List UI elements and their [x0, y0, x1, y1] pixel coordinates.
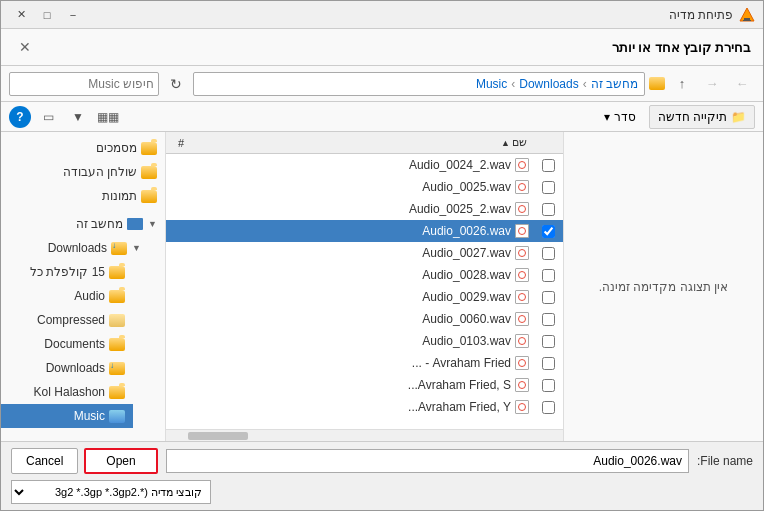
sidebar-item-this-pc[interactable]: ▼ מחשב זה [1, 212, 165, 236]
table-row[interactable]: Audio_0025_2.wav [166, 198, 563, 220]
sidebar-item-audio[interactable]: Audio [1, 284, 133, 308]
sidebar-item-downloads2[interactable]: ↓ Downloads [1, 356, 133, 380]
audio-file-icon [515, 334, 529, 348]
view-details-button[interactable]: ▼ [65, 105, 91, 129]
folder-icon [141, 166, 157, 179]
cancel-button[interactable]: Cancel [11, 448, 78, 474]
col-num-header[interactable]: # [166, 137, 196, 149]
sidebar-item-15kol[interactable]: 15 קולפלת כל [1, 260, 133, 284]
music-folder-icon [109, 410, 125, 423]
file-checkbox[interactable] [542, 379, 555, 392]
minimize-button[interactable]: − [61, 5, 85, 25]
audio-file-icon [515, 202, 529, 216]
horizontal-scrollbar[interactable] [166, 429, 563, 441]
sidebar-item-documents[interactable]: מסמכים [1, 136, 165, 160]
breadcrumb-pc[interactable]: מחשב זה [591, 77, 638, 91]
refresh-button[interactable]: ↻ [163, 71, 189, 97]
file-checkbox[interactable] [542, 159, 555, 172]
breadcrumb-downloads[interactable]: Downloads [519, 77, 578, 91]
table-row[interactable]: Audio_0103.wav [166, 330, 563, 352]
back-button[interactable]: ← [729, 71, 755, 97]
table-row[interactable]: Avraham Fried, Y... [166, 396, 563, 418]
vlc-icon [739, 7, 755, 23]
chevron-down-icon: ▾ [604, 110, 610, 124]
table-row-selected[interactable]: Audio_0026.wav [166, 220, 563, 242]
main-content: מסמכים שולחן העבודה תמונות ▼ מחשב זה ▼ ↓ [1, 132, 763, 441]
downloads-folder-icon2: ↓ [109, 362, 125, 375]
table-row[interactable]: Audio_0060.wav [166, 308, 563, 330]
dialog-title: בחירת קובץ אחד או יותר [612, 40, 751, 55]
folder-icon [141, 190, 157, 203]
file-checkbox[interactable] [542, 401, 555, 414]
pane-button[interactable]: ▭ [35, 105, 61, 129]
folder-icon [109, 266, 125, 279]
sidebar-label: Kol Halashon [34, 385, 105, 399]
title-bar-left: פתיחת מדיה [669, 7, 755, 23]
folder-icon [109, 338, 125, 351]
scrollbar-thumb[interactable] [188, 432, 248, 440]
audio-file-icon [515, 400, 529, 414]
new-folder-button[interactable]: 📁 תיקייה חדשה [649, 105, 755, 129]
file-checkbox[interactable] [542, 247, 555, 260]
file-checkbox[interactable] [542, 291, 555, 304]
folder-nav-icon [649, 77, 665, 90]
sidebar-item-compressed[interactable]: Compressed [1, 308, 133, 332]
sidebar-item-music[interactable]: Music [1, 404, 133, 428]
help-button[interactable]: ? [9, 106, 31, 128]
view-toggle-button[interactable]: ▦▦ [95, 105, 121, 129]
svg-rect-2 [743, 20, 751, 21]
filetype-row: קובצי מדיה (*.3g2 *.3gp *.3gp2 [11, 480, 753, 504]
file-checkbox[interactable] [542, 313, 555, 326]
file-checkbox[interactable] [542, 357, 555, 370]
table-row[interactable]: Audio_0025.wav [166, 176, 563, 198]
file-checkbox[interactable] [542, 269, 555, 282]
preview-panel: אין תצוגה מקדימה זמינה. [563, 132, 763, 441]
sidebar-label: תמונות [102, 189, 137, 203]
folder-icon [109, 386, 125, 399]
sidebar-item-desktop[interactable]: שולחן העבודה [1, 160, 165, 184]
sidebar-label: Downloads [46, 361, 105, 375]
file-checkbox[interactable] [542, 225, 555, 238]
dialog-close-button[interactable]: ✕ [13, 37, 37, 57]
toolbar-left: 📁 תיקייה חדשה סדר ▾ [595, 105, 755, 129]
compress-folder-icon [109, 314, 125, 327]
sidebar-item-kol-halashon[interactable]: Kol Halashon [1, 380, 133, 404]
file-checkbox[interactable] [542, 335, 555, 348]
table-row[interactable]: Audio_0029.wav [166, 286, 563, 308]
breadcrumb-music[interactable]: Music [476, 77, 507, 91]
up-button[interactable]: ↑ [669, 71, 695, 97]
audio-file-icon [515, 158, 529, 172]
window-close-button[interactable]: ✕ [9, 5, 33, 25]
nav-bar: ← → ↑ מחשב זה › Downloads › Music ↻ 🔍 [1, 66, 763, 102]
sidebar-item-documents2[interactable]: Documents [1, 332, 133, 356]
open-button[interactable]: Open [84, 448, 157, 474]
forward-button[interactable]: → [699, 71, 725, 97]
expand-icon: ▼ [131, 243, 141, 253]
sidebar-item-downloads-root[interactable]: ▼ ↓ Downloads [1, 236, 149, 260]
sort-button[interactable]: סדר ▾ [595, 105, 645, 129]
file-checkbox[interactable] [542, 203, 555, 216]
search-input[interactable] [0, 77, 158, 91]
file-checkbox[interactable] [542, 181, 555, 194]
maximize-button[interactable]: □ [35, 5, 59, 25]
filename-input[interactable] [166, 449, 689, 473]
table-row[interactable]: Audio_0024_2.wav [166, 154, 563, 176]
col-name-label: שם [512, 136, 527, 149]
file-list-container: שם ▲ # Audio_0024_2.wav Audio_0025.wav [166, 132, 563, 441]
sidebar-label: מסמכים [96, 141, 137, 155]
table-row[interactable]: Avraham Fried, S... [166, 374, 563, 396]
sidebar-label: Music [74, 409, 105, 423]
col-name-header[interactable]: שם ▲ [196, 136, 533, 149]
sidebar-item-pictures[interactable]: תמונות [1, 184, 165, 208]
preview-text: אין תצוגה מקדימה זמינה. [599, 280, 728, 294]
sidebar-label: 15 קולפלת כל [30, 265, 105, 279]
table-row[interactable]: Audio_0027.wav [166, 242, 563, 264]
filetype-select[interactable]: קובצי מדיה (*.3g2 *.3gp *.3gp2 [11, 480, 211, 504]
filename-row: File name: Open Cancel [11, 448, 753, 474]
table-row[interactable]: Audio_0028.wav [166, 264, 563, 286]
folder-icon [141, 142, 157, 155]
toolbar: 📁 תיקייה חדשה סדר ▾ ▦▦ ▼ ▭ ? [1, 102, 763, 132]
breadcrumb[interactable]: מחשב זה › Downloads › Music [193, 72, 645, 96]
file-list: Audio_0024_2.wav Audio_0025.wav Audio_00… [166, 154, 563, 429]
table-row[interactable]: Avraham Fried - ... [166, 352, 563, 374]
